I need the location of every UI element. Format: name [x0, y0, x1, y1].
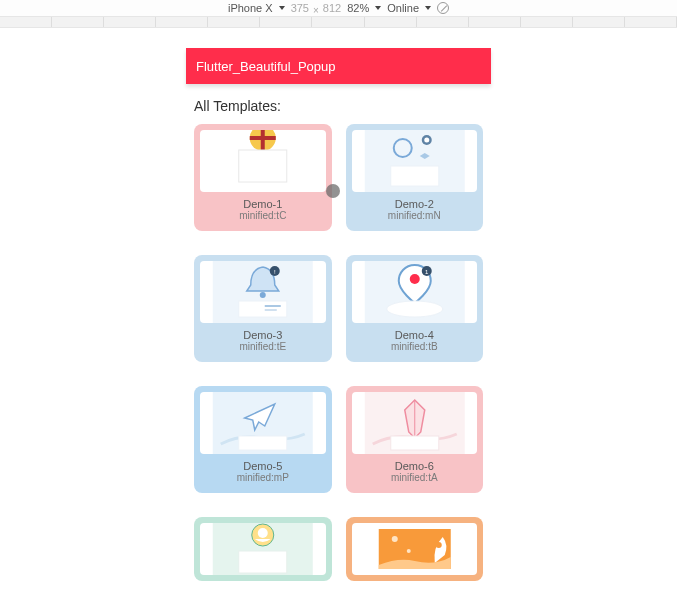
- template-thumb: !: [200, 261, 326, 323]
- card-subtitle: minified:mP: [200, 472, 326, 483]
- card-subtitle: minified:tB: [352, 341, 478, 352]
- svg-point-33: [435, 542, 441, 548]
- svg-rect-8: [390, 166, 438, 186]
- template-thumb: [200, 392, 326, 454]
- svg-point-10: [260, 292, 266, 298]
- card-title: Demo-6: [352, 460, 478, 472]
- template-grid: Demo-1 minified:tC: [194, 124, 483, 581]
- viewport-width[interactable]: 375: [291, 2, 309, 14]
- svg-point-7: [424, 138, 429, 143]
- network-selector[interactable]: Online: [387, 2, 431, 14]
- gift-icon: [200, 130, 326, 192]
- rocket-icon: [352, 523, 478, 575]
- svg-rect-24: [390, 436, 438, 450]
- template-thumb: [352, 130, 478, 192]
- card-title: Demo-4: [352, 329, 478, 341]
- camera-icon: [352, 130, 478, 192]
- svg-point-20: [386, 301, 442, 317]
- template-thumb: [200, 523, 326, 575]
- section-title: All Templates:: [194, 98, 483, 114]
- app-content: All Templates: Demo-1 minified:tC: [186, 84, 491, 591]
- template-card[interactable]: ! Demo-3 minified:tE: [194, 255, 332, 362]
- network-value: Online: [387, 2, 419, 14]
- svg-rect-15: [265, 309, 277, 311]
- device-stage: Flutter_Beautiful_Popup All Templates:: [0, 28, 677, 598]
- zoom-selector[interactable]: 82%: [347, 2, 381, 14]
- svg-point-17: [409, 274, 419, 284]
- app-bar: Flutter_Beautiful_Popup: [186, 48, 491, 84]
- ruler: [0, 16, 677, 28]
- template-thumb: 1: [352, 261, 478, 323]
- dimensions: 375 × 812: [291, 2, 342, 14]
- template-card[interactable]: Demo-5 minified:mP: [194, 386, 332, 493]
- template-card[interactable]: 1 Demo-4 minified:tB: [346, 255, 484, 362]
- template-thumb: [352, 392, 478, 454]
- chevron-down-icon: [375, 6, 381, 10]
- card-title: Demo-1: [200, 198, 326, 210]
- card-title: Demo-2: [352, 198, 478, 210]
- card-subtitle: minified:tE: [200, 341, 326, 352]
- avatar-icon: [200, 523, 326, 575]
- device-selector[interactable]: iPhone X: [228, 2, 285, 14]
- zoom-value: 82%: [347, 2, 369, 14]
- app-title: Flutter_Beautiful_Popup: [196, 59, 335, 74]
- template-card[interactable]: [346, 517, 484, 581]
- svg-rect-14: [265, 305, 281, 307]
- chevron-down-icon: [425, 6, 431, 10]
- svg-rect-2: [261, 130, 265, 151]
- card-subtitle: minified:mN: [352, 210, 478, 221]
- device-name: iPhone X: [228, 2, 273, 14]
- template-card[interactable]: [194, 517, 332, 581]
- card-subtitle: minified:tA: [352, 472, 478, 483]
- card-subtitle: minified:tC: [200, 210, 326, 221]
- svg-point-27: [258, 528, 268, 538]
- card-title: Demo-5: [200, 460, 326, 472]
- viewport-height[interactable]: 812: [323, 2, 341, 14]
- svg-rect-3: [239, 150, 287, 182]
- times-icon: ×: [313, 5, 319, 16]
- svg-rect-28: [239, 551, 287, 573]
- devtools-bar: iPhone X 375 × 812 82% Online: [0, 0, 677, 16]
- svg-rect-22: [239, 436, 287, 450]
- template-thumb: [352, 523, 478, 575]
- pin-icon: 1: [352, 261, 478, 323]
- svg-point-32: [406, 549, 410, 553]
- device-viewport: Flutter_Beautiful_Popup All Templates:: [186, 48, 491, 598]
- svg-point-31: [391, 536, 397, 542]
- template-thumb: [200, 130, 326, 192]
- chevron-down-icon: [279, 6, 285, 10]
- gem-icon: [352, 392, 478, 454]
- plane-icon: [200, 392, 326, 454]
- template-card[interactable]: Demo-6 minified:tA: [346, 386, 484, 493]
- card-title: Demo-3: [200, 329, 326, 341]
- no-cache-icon[interactable]: [437, 2, 449, 14]
- bell-icon: !: [200, 261, 326, 323]
- svg-rect-13: [239, 301, 287, 317]
- template-card[interactable]: Demo-2 minified:mN: [346, 124, 484, 231]
- template-card[interactable]: Demo-1 minified:tC: [194, 124, 332, 231]
